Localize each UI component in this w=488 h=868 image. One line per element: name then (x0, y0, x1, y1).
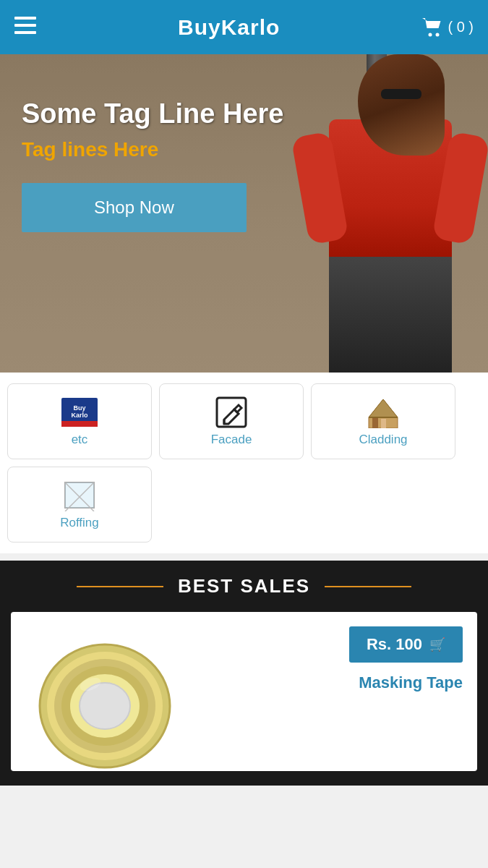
app-header: BuyKarlo ( 0 ) (0, 0, 488, 54)
cart-button[interactable]: ( 0 ) (421, 17, 474, 38)
product-card: Rs. 100 🛒 Masking Tape (11, 612, 477, 771)
category-item-cladding[interactable]: Cladding (311, 383, 455, 459)
hero-content: Some Tag Line Here Tag lines Here Shop N… (0, 54, 488, 232)
category-item-etc[interactable]: BuyKarlo etc (7, 383, 152, 459)
svg-rect-0 (14, 17, 36, 20)
app-title: BuyKarlo (178, 15, 280, 40)
best-sales-header: BEST SALES (11, 575, 477, 597)
svg-rect-9 (372, 417, 378, 428)
hero-tagline-sub: Tag lines Here (22, 138, 466, 161)
svg-rect-10 (381, 419, 386, 428)
best-sales-title: BEST SALES (178, 575, 310, 597)
svg-marker-8 (369, 399, 398, 417)
etc-icon: BuyKarlo (61, 396, 98, 428)
category-label-etc: etc (72, 433, 88, 447)
add-to-cart-icon: 🛒 (429, 637, 445, 652)
svg-rect-1 (14, 24, 36, 27)
category-label-cladding: Cladding (359, 433, 407, 447)
product-image (33, 634, 177, 764)
category-item-roffing[interactable]: Roffing (7, 467, 152, 542)
categories-section: BuyKarlo etc Facade (0, 373, 488, 553)
product-price: Rs. 100 (367, 635, 422, 654)
roffing-icon (61, 479, 98, 511)
sales-line-right (325, 586, 411, 587)
product-price-badge[interactable]: Rs. 100 🛒 (349, 626, 463, 663)
sales-line-left (77, 586, 163, 587)
svg-point-3 (429, 33, 432, 36)
product-name: Masking Tape (359, 673, 463, 692)
svg-rect-2 (14, 31, 36, 34)
hero-banner: Some Tag Line Here Tag lines Here Shop N… (0, 54, 488, 373)
menu-icon[interactable] (14, 16, 36, 39)
category-label-roffing: Roffing (60, 516, 99, 530)
shop-now-button[interactable]: Shop Now (22, 183, 247, 232)
cart-count: ( 0 ) (448, 19, 474, 35)
facade-icon (213, 396, 249, 428)
cart-icon (421, 17, 443, 38)
cladding-icon (365, 396, 401, 428)
category-item-facade[interactable]: Facade (159, 383, 304, 459)
category-label-facade: Facade (211, 433, 252, 447)
hero-tagline-main: Some Tag Line Here (22, 98, 466, 131)
best-sales-section: BEST SALES Rs. 100 🛒 Masking Tape (0, 561, 488, 786)
svg-point-4 (436, 33, 440, 36)
